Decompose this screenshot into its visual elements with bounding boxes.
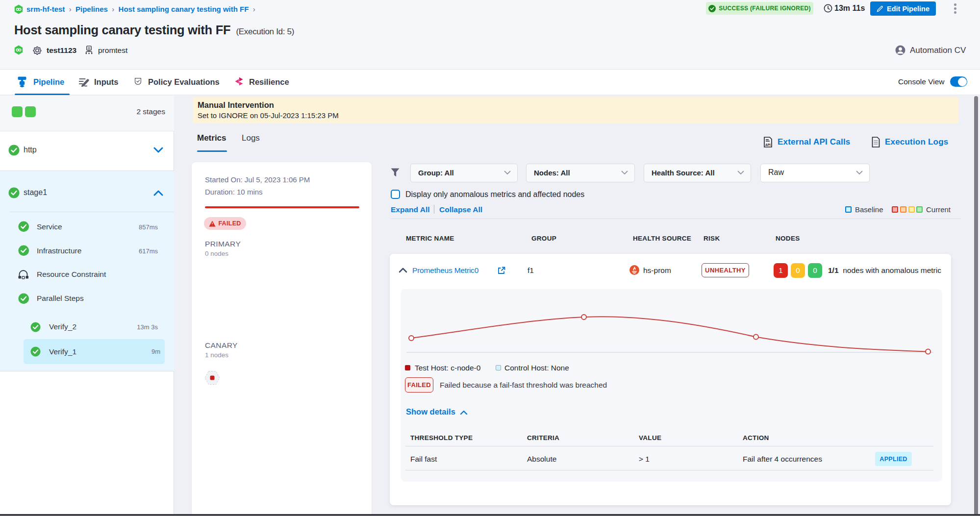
svg-text:API: API <box>765 143 771 147</box>
